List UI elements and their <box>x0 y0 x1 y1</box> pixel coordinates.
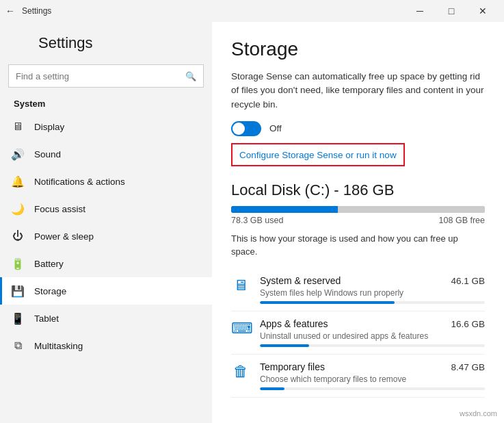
disk-bar-container <box>231 206 485 213</box>
close-button[interactable]: ✕ <box>467 0 499 22</box>
sidebar-section-label: System <box>0 94 212 113</box>
sidebar-item-sound[interactable]: 🔊Sound <box>0 140 212 168</box>
sidebar: Settings 🔍 System 🖥Display🔊Sound🔔Notific… <box>0 22 212 423</box>
sidebar-item-label-tablet: Tablet <box>34 313 59 324</box>
sidebar-item-focus[interactable]: 🌙Focus assist <box>0 195 212 222</box>
storage-sense-toggle[interactable] <box>231 121 261 136</box>
system-header: System & reserved46.1 GB <box>260 275 485 286</box>
nav-list: 🖥Display🔊Sound🔔Notifications & actions🌙F… <box>0 113 212 359</box>
storage-items-list: 🖥System & reserved46.1 GBSystem files he… <box>231 268 485 398</box>
disk-stats: 78.3 GB used 108 GB free <box>231 216 485 225</box>
apps-size: 16.6 GB <box>451 319 485 329</box>
sidebar-item-label-storage: Storage <box>34 286 66 296</box>
sidebar-item-label-focus: Focus assist <box>34 204 85 214</box>
sidebar-item-label-display: Display <box>34 122 64 132</box>
temp-info: Temporary files8.47 GBChoose which tempo… <box>260 361 485 390</box>
toggle-label: Off <box>269 123 282 133</box>
back-icon[interactable]: ← <box>5 5 15 16</box>
sidebar-item-display[interactable]: 🖥Display <box>0 113 212 140</box>
disk-used: 78.3 GB used <box>231 216 283 225</box>
minimize-button[interactable]: ─ <box>404 0 436 22</box>
sidebar-item-multitasking[interactable]: ⧉Multitasking <box>0 332 212 359</box>
disk-free: 108 GB free <box>439 216 485 225</box>
system-icon: 🖥 <box>231 277 250 294</box>
title-bar: ← Settings ─ □ ✕ <box>0 0 504 22</box>
notifications-icon: 🔔 <box>11 175 25 188</box>
temp-icon: 🗑 <box>231 363 250 381</box>
title-bar-controls: ─ □ ✕ <box>404 0 499 22</box>
storage-item-apps[interactable]: ⌨Apps & features16.6 GBUninstall unused … <box>231 311 485 355</box>
system-bar-fill <box>260 301 395 304</box>
search-input[interactable] <box>16 71 185 81</box>
system-info: System & reserved46.1 GBSystem files hel… <box>260 275 485 304</box>
watermark: wsxdn.com <box>460 409 497 418</box>
configure-link-box: Configure Storage Sense or run it now <box>231 143 405 166</box>
main-layout: Settings 🔍 System 🖥Display🔊Sound🔔Notific… <box>0 22 504 423</box>
temp-desc: Choose which temporary files to remove <box>260 374 485 384</box>
local-disk-title: Local Disk (C:) - 186 GB <box>231 181 485 199</box>
tablet-icon: 📱 <box>11 312 25 325</box>
storage-icon: 💾 <box>11 285 25 298</box>
title-bar-title: Settings <box>22 6 51 16</box>
power-icon: ⏻ <box>11 230 25 242</box>
disk-info-text: This is how your storage is used and how… <box>231 232 485 259</box>
disk-bar-used <box>231 206 338 213</box>
apps-name: Apps & features <box>260 318 328 329</box>
search-icon: 🔍 <box>185 71 196 81</box>
apps-header: Apps & features16.6 GB <box>260 318 485 329</box>
apps-desc: Uninstall unused or undesired apps & fea… <box>260 331 485 341</box>
multitasking-icon: ⧉ <box>11 339 25 352</box>
temp-header: Temporary files8.47 GB <box>260 361 485 372</box>
sidebar-item-notifications[interactable]: 🔔Notifications & actions <box>0 168 212 195</box>
system-size: 46.1 GB <box>451 276 485 286</box>
apps-info: Apps & features16.6 GBUninstall unused o… <box>260 318 485 347</box>
toggle-thumb <box>233 123 245 135</box>
focus-icon: 🌙 <box>11 203 25 216</box>
search-box[interactable]: 🔍 <box>8 64 204 88</box>
sidebar-item-battery[interactable]: 🔋Battery <box>0 250 212 277</box>
apps-bar-fill <box>260 344 309 347</box>
sound-icon: 🔊 <box>11 148 25 161</box>
sidebar-item-tablet[interactable]: 📱Tablet <box>0 305 212 332</box>
sidebar-item-label-multitasking: Multitasking <box>34 341 83 351</box>
page-title: Storage <box>231 38 485 60</box>
system-desc: System files help Windows run properly <box>260 288 485 298</box>
sidebar-item-power[interactable]: ⏻Power & sleep <box>0 222 212 250</box>
temp-name: Temporary files <box>260 361 325 372</box>
configure-link[interactable]: Configure Storage Sense or run it now <box>239 150 397 160</box>
sidebar-item-label-battery: Battery <box>34 259 64 269</box>
sidebar-item-label-sound: Sound <box>34 149 61 159</box>
sidebar-item-storage[interactable]: 💾Storage <box>0 277 212 305</box>
display-icon: 🖥 <box>11 120 25 133</box>
battery-icon: 🔋 <box>11 257 25 270</box>
sidebar-header: Settings <box>0 22 212 59</box>
sidebar-item-label-power: Power & sleep <box>34 231 94 242</box>
storage-item-system[interactable]: 🖥System & reserved46.1 GBSystem files he… <box>231 268 485 311</box>
temp-bar-fill <box>260 387 284 390</box>
sidebar-item-label-notifications: Notifications & actions <box>34 177 125 187</box>
system-bar <box>260 301 485 304</box>
maximize-button[interactable]: □ <box>436 0 467 22</box>
app-title: Settings <box>38 34 93 51</box>
toggle-row: Off <box>231 121 485 136</box>
content-area: Storage Storage Sense can automatically … <box>212 22 504 423</box>
title-bar-left: ← Settings <box>5 5 51 16</box>
apps-icon: ⌨ <box>231 320 250 337</box>
apps-bar <box>260 344 485 347</box>
temp-bar <box>260 387 485 390</box>
temp-size: 8.47 GB <box>451 362 485 372</box>
storage-sense-desc: Storage Sense can automatically free up … <box>231 70 485 112</box>
system-name: System & reserved <box>260 275 341 286</box>
storage-item-temp[interactable]: 🗑Temporary files8.47 GBChoose which temp… <box>231 355 485 398</box>
